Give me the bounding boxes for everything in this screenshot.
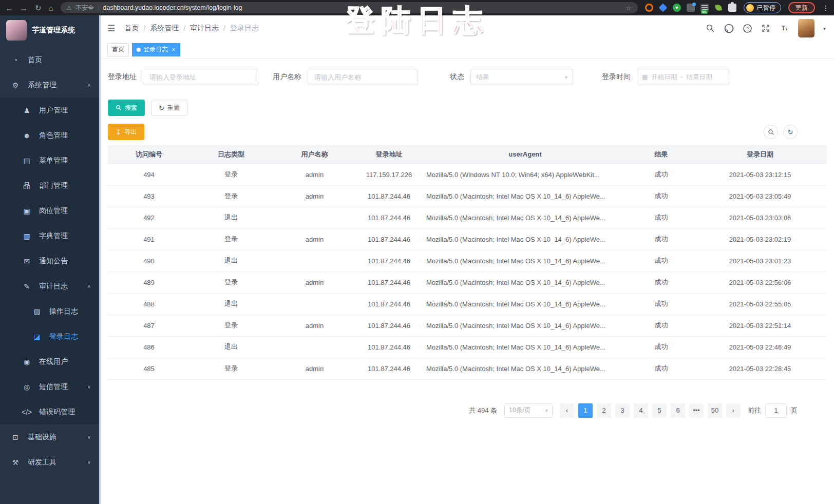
profile-paused-badge[interactable]: 已暂停 (744, 2, 781, 13)
search-icon[interactable] (706, 24, 715, 33)
sidebar-item-online-user[interactable]: ◉在线用户 (0, 349, 99, 374)
table-cell: 成功 (629, 293, 693, 315)
browser-back-icon[interactable]: ← (5, 4, 13, 12)
browser-menu-icon[interactable]: ⋮ (822, 4, 829, 12)
prev-page-button[interactable]: ‹ (560, 403, 574, 418)
sidebar-item-sms[interactable]: ◎短信管理∨ (0, 374, 99, 399)
tab-active-dot (137, 48, 141, 52)
next-page-button[interactable]: › (726, 403, 741, 418)
sidebar-item-notice[interactable]: ✉通知公告 (0, 248, 99, 274)
extension-orange-icon[interactable] (645, 4, 653, 12)
calendar-icon: ▦ (642, 73, 648, 81)
table-toolbar: ↧ 导出 ↻ (108, 124, 826, 140)
toggle-search-button[interactable] (764, 125, 778, 139)
login-address-input[interactable] (143, 69, 258, 85)
date-range-separator: - (680, 73, 683, 81)
page-button[interactable]: 5 (652, 403, 667, 418)
table-cell: 成功 (629, 228, 693, 250)
status-select-placeholder: 结果 (476, 72, 489, 82)
sidebar-item-infra[interactable]: ⊡基础设施∨ (0, 424, 99, 450)
fullscreen-icon[interactable] (761, 24, 771, 33)
navbar: ☰ 首页/系统管理/审计日志/登录日志 ? TT ▾ (99, 15, 834, 41)
sidebar-item-home[interactable]: ◔首页 (0, 47, 99, 72)
search-button[interactable]: 搜索 (108, 100, 145, 116)
sidebar-item-error-code[interactable]: </>错误码管理 (0, 399, 99, 424)
chevron-down-icon: ∨ (87, 459, 91, 465)
table-cell: 成功 (629, 185, 693, 207)
browser-reload-icon[interactable]: ↻ (35, 4, 42, 12)
sidebar-item-login-log[interactable]: ◪登录日志 (0, 324, 99, 349)
chevron-down-icon: ▾ (545, 408, 548, 413)
sidebar-item-label: 系统管理 (28, 81, 56, 90)
login-time-range-picker[interactable]: ▦ 开始日期 - 结束日期 (637, 69, 729, 85)
reset-button[interactable]: ↻ 重置 (151, 100, 187, 116)
sidebar-item-post[interactable]: ▣岗位管理 (0, 198, 99, 223)
sidebar-item-label: 部门管理 (39, 181, 68, 190)
browser-forward-icon[interactable]: → (20, 4, 28, 12)
extension-green-icon[interactable]: ♥ (673, 4, 681, 12)
sidebar-item-system[interactable]: ⚙系统管理∧ (0, 72, 99, 98)
page-button[interactable]: 2 (597, 403, 611, 418)
extension-sprout-icon[interactable] (714, 4, 723, 12)
username-input[interactable] (308, 69, 418, 85)
breadcrumb-item[interactable]: 首页 (124, 24, 139, 33)
extension-grid-icon[interactable] (687, 4, 695, 12)
export-button[interactable]: ↧ 导出 (108, 124, 144, 140)
sidebar-item-audit[interactable]: ✎审计日志∧ (0, 274, 99, 299)
table-cell: 成功 (629, 272, 693, 293)
github-icon[interactable] (724, 24, 734, 33)
sidebar-item-dept[interactable]: 品部门管理 (0, 173, 99, 198)
chevron-up-icon: ∧ (87, 283, 91, 289)
browser-chrome: ← → ↻ ⌂ ⚠ 不安全 dashboard.yudao.iocoder.cn… (0, 0, 834, 15)
tab-首页[interactable]: 首页 (107, 43, 129, 56)
question-icon[interactable]: ? (743, 24, 752, 33)
table-cell: admin (272, 164, 357, 185)
address-bar[interactable]: ⚠ 不安全 dashboard.yudao.iocoder.cn/system/… (61, 2, 638, 13)
page-button[interactable]: 4 (634, 403, 648, 418)
logo-image (6, 20, 27, 41)
sidebar-toggle-icon[interactable]: ☰ (107, 23, 115, 34)
scrollbar-thumb[interactable] (99, 15, 101, 504)
sidebar-item-operate-log[interactable]: ▧操作日志 (0, 299, 99, 324)
chevron-down-icon[interactable]: ▾ (823, 26, 826, 31)
sidebar-item-menu[interactable]: ▤菜单管理 (0, 148, 99, 173)
tab-登录日志[interactable]: 登录日志× (132, 43, 180, 56)
page-button[interactable]: 50 (708, 403, 722, 418)
sidebar-item-role[interactable]: ☻角色管理 (0, 123, 99, 148)
sidebar-item-label: 研发工具 (28, 458, 56, 467)
user-avatar[interactable] (798, 19, 814, 37)
browser-update-button[interactable]: 更新 (788, 2, 815, 13)
breadcrumb-item[interactable]: 系统管理 (150, 24, 179, 33)
table-cell (272, 250, 357, 272)
extensions-puzzle-icon[interactable] (728, 4, 736, 12)
bookmark-star-icon[interactable]: ☆ (626, 4, 632, 12)
sidebar-item-label: 登录日志 (49, 332, 78, 341)
page-button[interactable]: 3 (615, 403, 630, 418)
breadcrumb-item[interactable]: 审计日志 (190, 24, 219, 33)
page-button[interactable]: 1 (578, 403, 593, 418)
sidebar-item-user[interactable]: ♟用户管理 (0, 98, 99, 123)
table-cell: 487 (108, 315, 190, 336)
table-cell: 486 (108, 336, 190, 358)
sidebar-item-dict[interactable]: ▥字典管理 (0, 223, 99, 248)
page-button[interactable]: 6 (671, 403, 685, 418)
page-size-select[interactable]: 10条/页 ▾ (504, 403, 553, 418)
font-size-icon[interactable]: TT (780, 24, 789, 33)
table-cell: 登录 (190, 315, 272, 336)
user-icon: ♟ (22, 106, 32, 114)
announcement-icon: ✉ (22, 257, 32, 265)
sidebar-item-devtool[interactable]: ⚒研发工具∨ (0, 450, 99, 475)
goto-page-input[interactable] (765, 403, 787, 418)
app-logo[interactable]: 芋道管理系统 (0, 15, 99, 45)
extension-gem-icon[interactable] (659, 4, 667, 12)
table-row: 489登录admin101.87.244.46Mozilla/5.0 (Maci… (108, 272, 827, 293)
browser-extensions: ♥ on (645, 4, 736, 12)
extension-list-icon[interactable]: on (700, 4, 709, 12)
table-cell: 2021-05-03 23:03:06 (693, 207, 827, 228)
table-cell: 成功 (629, 164, 693, 185)
refresh-table-button[interactable]: ↻ (783, 125, 798, 139)
close-icon[interactable]: × (172, 46, 176, 53)
page-more-button[interactable]: ••• (689, 403, 704, 418)
status-select[interactable]: 结果 ▾ (470, 69, 573, 85)
browser-home-icon[interactable]: ⌂ (49, 4, 53, 12)
